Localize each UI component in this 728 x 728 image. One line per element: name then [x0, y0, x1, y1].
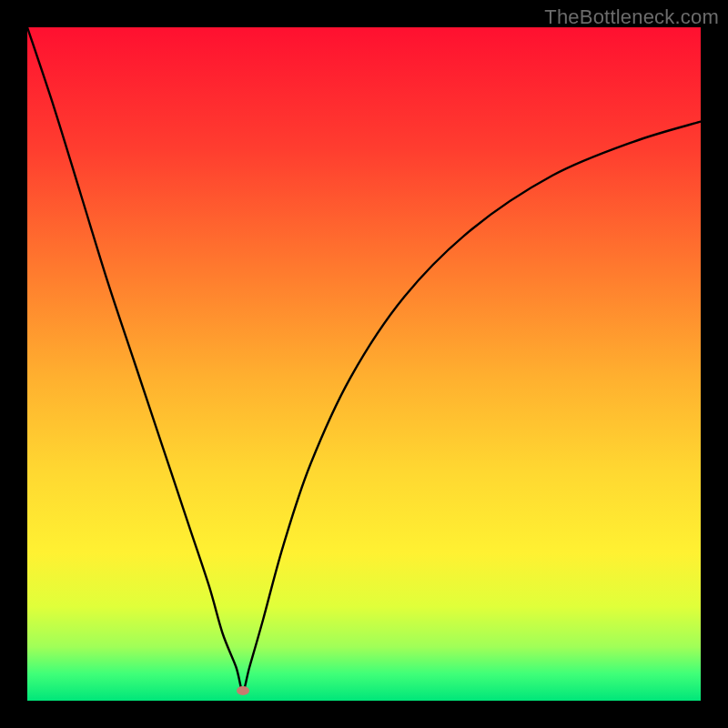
plot-area: [27, 27, 701, 701]
bottleneck-curve-path: [27, 27, 701, 691]
watermark-text: TheBottleneck.com: [544, 5, 719, 29]
chart-frame: TheBottleneck.com: [0, 0, 728, 728]
curve-svg: [27, 27, 701, 701]
optimum-marker: [237, 686, 249, 695]
